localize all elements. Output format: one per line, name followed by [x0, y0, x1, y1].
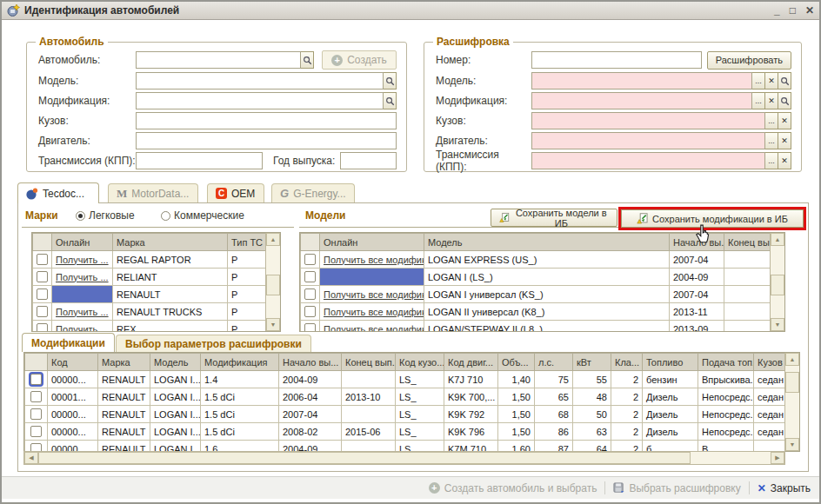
engine-input[interactable]: [136, 132, 397, 149]
column-header[interactable]: Конец вып.: [342, 354, 396, 371]
column-header[interactable]: Онлайн: [320, 234, 424, 251]
create-car-and-select-button[interactable]: + Создать автомобиль и выбрать: [429, 482, 597, 494]
row-checkbox[interactable]: [304, 323, 316, 331]
table-row[interactable]: RENAULTP: [33, 286, 266, 303]
table-row[interactable]: 00000...RENAULTLOGAN I...1.5 dCi2008-022…: [25, 423, 785, 441]
column-header[interactable]: Модификация: [201, 354, 279, 371]
table-row[interactable]: Получить все модифика...LOGAN I универса…: [301, 286, 771, 303]
tab-decode-params[interactable]: Выбор параметров расшифровки: [116, 335, 311, 352]
browse-button[interactable]: ...: [765, 152, 778, 169]
column-header[interactable]: [33, 234, 52, 251]
number-input[interactable]: [531, 51, 702, 69]
decode-model-input[interactable]: [531, 72, 752, 90]
scroll-up-icon[interactable]: ▲: [785, 353, 799, 366]
browse-button[interactable]: ...: [765, 132, 778, 149]
modification-input[interactable]: [136, 92, 384, 109]
modifications-horizontal-scrollbar[interactable]: ◀ ▶: [23, 451, 785, 465]
column-header[interactable]: Конец вып.: [724, 234, 771, 251]
row-checkbox[interactable]: [37, 271, 48, 282]
marks-table[interactable]: ОнлайнМаркаТип ТСПолучить ...REGAL RAPTO…: [32, 233, 265, 331]
scroll-thumb[interactable]: [38, 452, 691, 464]
create-button[interactable]: + Создать: [322, 50, 397, 70]
online-link[interactable]: Получить: [56, 324, 97, 332]
column-header[interactable]: Марка: [113, 234, 228, 251]
save-models-button[interactable]: Сохранить модели в ИБ: [491, 209, 617, 227]
row-checkbox[interactable]: [30, 374, 42, 385]
close-window-button[interactable]: ✕: [805, 5, 814, 16]
row-checkbox[interactable]: [37, 288, 48, 300]
column-header[interactable]: [301, 234, 320, 251]
column-header[interactable]: Код двиг...: [444, 354, 498, 371]
column-header[interactable]: Кла...: [611, 354, 643, 371]
online-link[interactable]: Получить все модифика...: [324, 307, 424, 317]
row-checkbox[interactable]: [37, 306, 48, 317]
magnifier-icon[interactable]: [778, 92, 791, 109]
table-row[interactable]: 00001...RENAULTLOGAN I...1.5 dCi2006-042…: [25, 388, 785, 406]
save-modifications-button[interactable]: Сохранить модификации в ИБ: [621, 209, 804, 228]
column-header[interactable]: Модель: [150, 354, 201, 371]
magnifier-icon[interactable]: [778, 72, 791, 90]
scroll-thumb[interactable]: [785, 372, 799, 393]
magnifier-icon[interactable]: [301, 51, 314, 69]
online-link[interactable]: Получить ...: [56, 307, 109, 317]
decode-modification-input[interactable]: [531, 92, 752, 109]
column-header[interactable]: [25, 354, 48, 371]
tab-motordata[interactable]: M MotorData...: [108, 183, 198, 202]
car-input[interactable]: [136, 51, 301, 69]
minimize-button[interactable]: _: [774, 5, 780, 16]
scroll-up-icon[interactable]: ▲: [266, 233, 280, 246]
browse-button[interactable]: ...: [752, 92, 765, 109]
table-row[interactable]: 00000RENAULTLOGAN I1.62004-09LSK7M 7101,…: [25, 441, 785, 452]
row-checkbox[interactable]: [304, 288, 316, 300]
marks-vertical-scrollbar[interactable]: ▲ ▼: [265, 233, 280, 331]
table-row[interactable]: Получить ...RENAULT TRUCKSP: [33, 303, 266, 321]
online-link[interactable]: Получить ...: [56, 272, 109, 282]
clear-button[interactable]: ✕: [765, 72, 778, 90]
table-row[interactable]: 00000...RENAULTLOGAN I...1.42004-09LS_K7…: [25, 371, 785, 388]
column-header[interactable]: Модель: [424, 234, 670, 251]
online-link[interactable]: Получить все модифика: [324, 324, 424, 332]
table-row[interactable]: 00000...RENAULTLOGAN I...1.5 dCi2007-04L…: [25, 406, 785, 423]
scroll-thumb[interactable]: [771, 275, 784, 295]
transmission-input[interactable]: [136, 152, 263, 169]
row-checkbox[interactable]: [304, 306, 316, 317]
browse-button[interactable]: ...: [752, 72, 765, 90]
tab-tecdoc[interactable]: Tecdoc...: [17, 182, 99, 203]
online-link[interactable]: Получить все модифика...: [324, 255, 424, 265]
column-header[interactable]: Тип ТС: [228, 234, 266, 251]
table-row[interactable]: LOGAN I (LS_)2004-09: [301, 269, 771, 286]
decode-button[interactable]: Расшифровать: [707, 51, 791, 70]
models-table[interactable]: ОнлайнМодельНачало вы...Конец вып.Получи…: [300, 233, 770, 331]
row-checkbox[interactable]: [30, 391, 42, 402]
selected-cell[interactable]: [320, 269, 424, 286]
models-vertical-scrollbar[interactable]: ▲ ▼: [770, 233, 784, 331]
column-header[interactable]: Топливо: [643, 354, 698, 371]
column-header[interactable]: Онлайн: [52, 234, 113, 251]
online-link[interactable]: Получить все модифика...: [324, 289, 424, 300]
online-link[interactable]: Получить ...: [56, 255, 109, 265]
table-row[interactable]: Получить все модификаLOGAN/STEPWAY II (L…: [301, 321, 771, 332]
row-checkbox[interactable]: [30, 426, 42, 437]
browse-button[interactable]: ...: [765, 112, 778, 129]
row-checkbox[interactable]: [30, 408, 42, 420]
clear-button[interactable]: ✕: [778, 152, 791, 169]
row-checkbox[interactable]: [37, 323, 48, 331]
column-header[interactable]: Начало вы...: [279, 354, 342, 371]
radio-passenger[interactable]: Легковые: [76, 209, 135, 222]
magnifier-icon[interactable]: [384, 92, 397, 109]
table-row[interactable]: Получить ...REGAL RAPTORP: [33, 251, 266, 269]
scroll-thumb[interactable]: [266, 275, 280, 295]
scroll-down-icon[interactable]: ▼: [785, 438, 799, 451]
scroll-down-icon[interactable]: ▼: [771, 318, 784, 331]
modifications-vertical-scrollbar[interactable]: ▲ ▼: [784, 353, 799, 451]
scroll-up-icon[interactable]: ▲: [771, 233, 784, 246]
tab-genergy[interactable]: G G-Energy...: [271, 183, 355, 202]
selected-cell[interactable]: [52, 286, 113, 303]
decode-transmission-input[interactable]: [531, 152, 765, 169]
row-checkbox[interactable]: [30, 443, 42, 451]
row-checkbox[interactable]: [304, 254, 316, 265]
column-header[interactable]: Объ...: [498, 354, 535, 371]
select-decode-button[interactable]: Выбрать расшифровку: [613, 482, 740, 494]
scroll-left-icon[interactable]: ◀: [24, 452, 38, 464]
model-input[interactable]: [136, 72, 384, 90]
